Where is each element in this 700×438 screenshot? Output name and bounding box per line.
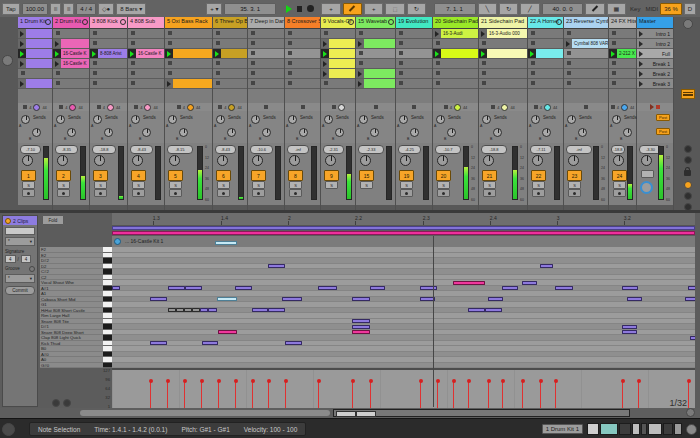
- clip-body[interactable]: [61, 39, 89, 48]
- clip-slot[interactable]: [396, 69, 432, 79]
- track-header-15[interactable]: 15 Wavetab: [356, 17, 395, 29]
- clip-slot[interactable]: [213, 69, 247, 79]
- pan-knob[interactable]: [94, 155, 105, 166]
- midi-note[interactable]: [685, 297, 695, 301]
- device-thumbnail[interactable]: [587, 423, 599, 435]
- clip-slot[interactable]: [479, 49, 527, 59]
- capture-selection-icon[interactable]: ⬚: [385, 3, 404, 15]
- clip-launch-button[interactable]: [18, 29, 26, 38]
- clip-slot[interactable]: 8-808 Arist: [90, 49, 127, 59]
- clip-launch-button[interactable]: [18, 49, 26, 58]
- loop-length-display[interactable]: 40. 0. 0: [542, 3, 584, 15]
- stop-all-clips-icon[interactable]: [97, 105, 101, 109]
- solo-button[interactable]: S: [360, 181, 373, 189]
- loop-position-icon[interactable]: [114, 238, 121, 245]
- clip-slot[interactable]: [396, 39, 432, 49]
- velocity-stem[interactable]: [453, 381, 454, 408]
- clip-slot[interactable]: [564, 79, 608, 89]
- clip-slot[interactable]: [128, 29, 164, 39]
- send-b-knob[interactable]: [299, 128, 308, 137]
- clip-slot[interactable]: [564, 59, 608, 69]
- scene-slot[interactable]: Intro 2: [637, 39, 673, 49]
- clip-slot[interactable]: [18, 49, 52, 59]
- clip-slot[interactable]: [479, 39, 527, 49]
- send-b-knob[interactable]: [447, 128, 456, 137]
- clip-signature-menu[interactable]: *▾: [5, 237, 35, 246]
- clip-body[interactable]: 16-Castle K: [136, 49, 164, 58]
- midi-note[interactable]: [202, 341, 218, 345]
- send-b-knob[interactable]: [623, 128, 632, 137]
- track-header-1[interactable]: 1 Drum Kit: [18, 17, 52, 29]
- midi-note[interactable]: [150, 297, 167, 301]
- scene-slot[interactable]: Break 2: [637, 69, 673, 79]
- punch-out-icon[interactable]: ╱: [520, 3, 539, 15]
- midi-note[interactable]: [184, 308, 192, 312]
- clip-launch-button[interactable]: [609, 49, 617, 58]
- track-header-5[interactable]: 5 Oxi Bass Rack: [165, 17, 212, 29]
- automation-arm-pencil-icon[interactable]: [343, 3, 362, 15]
- velocity-stem[interactable]: [622, 381, 623, 408]
- nudge-up-button[interactable]: |||: [63, 3, 74, 15]
- envelope-lane-toggle-icon[interactable]: [52, 399, 60, 407]
- clip-body[interactable]: [173, 49, 212, 58]
- track-header-8[interactable]: 8 Crossover Sy: [285, 17, 320, 29]
- clip-slot[interactable]: [165, 49, 212, 59]
- velocity-stem[interactable]: [420, 381, 421, 408]
- clip-slot[interactable]: [248, 39, 284, 49]
- midi-note[interactable]: [168, 308, 176, 312]
- send-b-knob[interactable]: [262, 128, 271, 137]
- scene-slot[interactable]: Break 3: [637, 79, 673, 89]
- midi-note[interactable]: [627, 297, 642, 301]
- scene-launch-button[interactable]: [637, 59, 645, 68]
- clip-slot[interactable]: [90, 69, 127, 79]
- fold-button[interactable]: Fold: [42, 215, 64, 225]
- scroll-corner-icon[interactable]: [686, 408, 695, 417]
- track-header-2[interactable]: 2 Drum Kit: [53, 17, 89, 29]
- midi-note[interactable]: [185, 286, 202, 290]
- scene-slot[interactable]: Full: [637, 49, 673, 59]
- clip-slot[interactable]: [248, 79, 284, 89]
- send-b-knob[interactable]: [493, 128, 502, 137]
- stop-all-clips-icon[interactable]: [412, 105, 416, 109]
- velocity-stem[interactable]: [235, 381, 236, 408]
- clip-slot[interactable]: [479, 79, 527, 89]
- midi-note[interactable]: [453, 281, 485, 285]
- clip-body[interactable]: Cymbal 808 VAR: [572, 39, 608, 48]
- track-header-6[interactable]: 6 Three Op Ba: [213, 17, 247, 29]
- velocity-stem[interactable]: [167, 381, 168, 408]
- clip-slot[interactable]: [248, 29, 284, 39]
- stop-all-clips-icon[interactable]: [177, 105, 181, 109]
- solo-button[interactable]: S: [532, 181, 545, 189]
- scene-slot[interactable]: Break 1: [637, 59, 673, 69]
- clip-body[interactable]: 2-212 X: [617, 49, 636, 58]
- send-b-knob[interactable]: [578, 128, 587, 137]
- velocity-stem[interactable]: [540, 381, 541, 408]
- clip-slot[interactable]: [609, 79, 636, 89]
- midi-note-selected[interactable]: [217, 297, 237, 301]
- clip-name-field[interactable]: [5, 227, 35, 235]
- clip-body[interactable]: [441, 49, 478, 58]
- clip-launch-button[interactable]: [479, 29, 487, 38]
- clip-slot[interactable]: [53, 29, 89, 39]
- velocity-stem[interactable]: [468, 381, 469, 408]
- solo-button[interactable]: S: [437, 181, 450, 189]
- play-button[interactable]: [286, 5, 292, 13]
- arm-button[interactable]: [437, 189, 450, 197]
- velocity-stem[interactable]: [285, 381, 286, 408]
- volume-db-display[interactable]: -7.11: [530, 145, 552, 154]
- clip-launch-button[interactable]: [128, 49, 136, 58]
- clip-slot[interactable]: [285, 29, 320, 39]
- timeline-zoom-scrollbar[interactable]: [333, 409, 630, 417]
- clip-body[interactable]: [536, 49, 563, 58]
- cue-volume-knob[interactable]: [640, 181, 653, 194]
- send-a-knob[interactable]: [324, 115, 333, 124]
- track-header-22[interactable]: 22 A Hornet: [528, 17, 563, 29]
- clip-slot[interactable]: [165, 69, 212, 79]
- group-unfold-icon[interactable]: [388, 19, 394, 25]
- clip-slot[interactable]: 2-212 X: [609, 49, 636, 59]
- clip-slot[interactable]: [321, 79, 355, 89]
- clip-slot[interactable]: [90, 79, 127, 89]
- clip-panel-header[interactable]: 2 Clips: [3, 216, 37, 225]
- track-activator-button[interactable]: 2: [56, 170, 71, 181]
- stop-all-clips-icon[interactable]: [534, 105, 538, 109]
